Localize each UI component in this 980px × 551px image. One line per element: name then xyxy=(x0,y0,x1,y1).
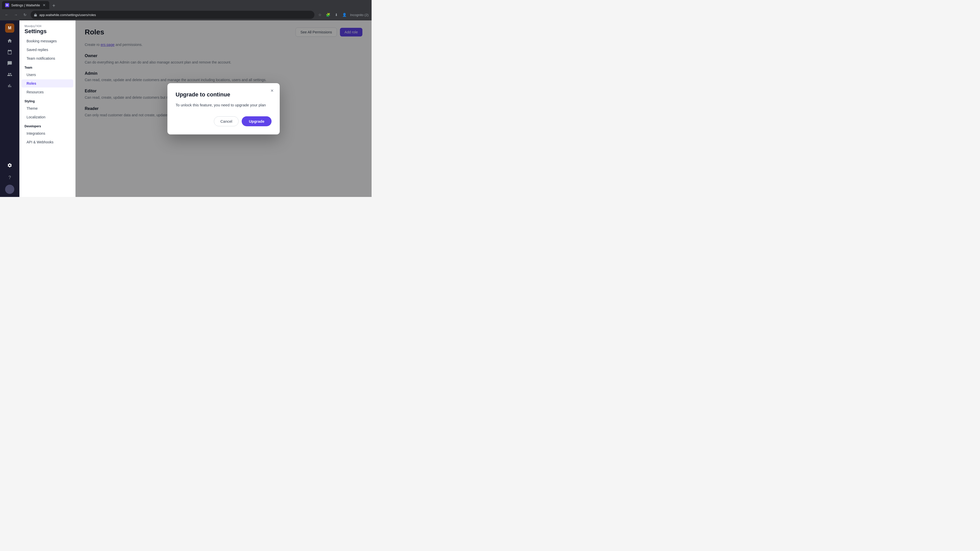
user-avatar[interactable] xyxy=(5,185,14,194)
sidebar-icon-calendar[interactable] xyxy=(5,47,15,57)
tab-bar: M Settings | Waitwhile ✕ + xyxy=(0,0,372,9)
modal-title: Upgrade to continue xyxy=(176,91,272,98)
app-layout: M ? Moodjoy7434 Settings xyxy=(0,21,372,197)
settings-title: Settings xyxy=(24,28,70,35)
modal-actions: Cancel Upgrade xyxy=(176,116,272,126)
nav-item-resources[interactable]: Resources xyxy=(21,88,73,96)
back-button[interactable]: ← xyxy=(3,11,10,18)
new-tab-button[interactable]: + xyxy=(50,2,57,9)
main-content: Roles See All Permissions Add role Creat… xyxy=(76,21,372,197)
sidebar-icon-help[interactable]: ? xyxy=(5,172,15,183)
nav-item-booking-messages[interactable]: Booking messages xyxy=(21,37,73,45)
upgrade-modal: × Upgrade to continue To unlock this fea… xyxy=(167,83,280,135)
cancel-button[interactable]: Cancel xyxy=(214,116,239,126)
sidebar-icon-people[interactable] xyxy=(5,69,15,79)
extensions-button[interactable]: 🧩 xyxy=(325,11,332,18)
download-button[interactable]: ⬇ xyxy=(333,11,340,18)
sidebar-icon-chart[interactable] xyxy=(5,81,15,91)
sidebar-icon-home[interactable] xyxy=(5,36,15,46)
upgrade-button[interactable]: Upgrade xyxy=(242,116,272,126)
browser-actions: ☆ 🧩 ⬇ 👤 Incognito (2) xyxy=(317,11,369,18)
url-display: app.waitwhile.com/settings/users/roles xyxy=(39,13,96,17)
settings-nav: Moodjoy7434 Settings Booking messages Sa… xyxy=(19,21,76,197)
nav-item-users[interactable]: Users xyxy=(21,71,73,79)
active-tab[interactable]: M Settings | Waitwhile ✕ xyxy=(2,1,49,9)
settings-header: Moodjoy7434 Settings xyxy=(19,21,75,37)
modal-overlay[interactable]: × Upgrade to continue To unlock this fea… xyxy=(76,21,372,197)
sidebar-icon-settings[interactable] xyxy=(5,160,15,170)
browser-chrome: M Settings | Waitwhile ✕ + ← → ↻ app.wai… xyxy=(0,0,372,21)
nav-item-team-notifications[interactable]: Team notifications xyxy=(21,54,73,62)
modal-body: To unlock this feature, you need to upgr… xyxy=(176,102,272,108)
nav-section-team: Team xyxy=(19,63,75,70)
sidebar-icon-chat[interactable] xyxy=(5,58,15,68)
lock-icon xyxy=(34,13,37,17)
nav-item-localization[interactable]: Localization xyxy=(21,113,73,121)
nav-item-theme[interactable]: Theme xyxy=(21,104,73,113)
incognito-label: Incognito (2) xyxy=(350,13,369,17)
nav-section-developers: Developers xyxy=(19,121,75,129)
tab-favicon: M xyxy=(5,3,9,7)
nav-item-integrations[interactable]: Integrations xyxy=(21,129,73,138)
address-bar[interactable]: app.waitwhile.com/settings/users/roles xyxy=(30,11,314,19)
address-bar-row: ← → ↻ app.waitwhile.com/settings/users/r… xyxy=(0,9,372,21)
tab-close-button[interactable]: ✕ xyxy=(42,3,46,8)
tab-title: Settings | Waitwhile xyxy=(11,3,40,7)
workspace-avatar[interactable]: M xyxy=(5,24,14,33)
nav-item-saved-replies[interactable]: Saved replies xyxy=(21,46,73,54)
nav-section-styling: Styling xyxy=(19,97,75,104)
forward-button[interactable]: → xyxy=(12,11,19,18)
profile-button[interactable]: 👤 xyxy=(341,11,348,18)
icon-sidebar: M ? xyxy=(0,21,19,197)
reload-button[interactable]: ↻ xyxy=(21,11,29,18)
nav-item-roles[interactable]: Roles xyxy=(21,79,73,87)
settings-user: Moodjoy7434 xyxy=(24,24,70,27)
bookmark-button[interactable]: ☆ xyxy=(317,11,324,18)
modal-close-button[interactable]: × xyxy=(269,87,275,94)
nav-item-api-webhooks[interactable]: API & Webhooks xyxy=(21,138,73,146)
